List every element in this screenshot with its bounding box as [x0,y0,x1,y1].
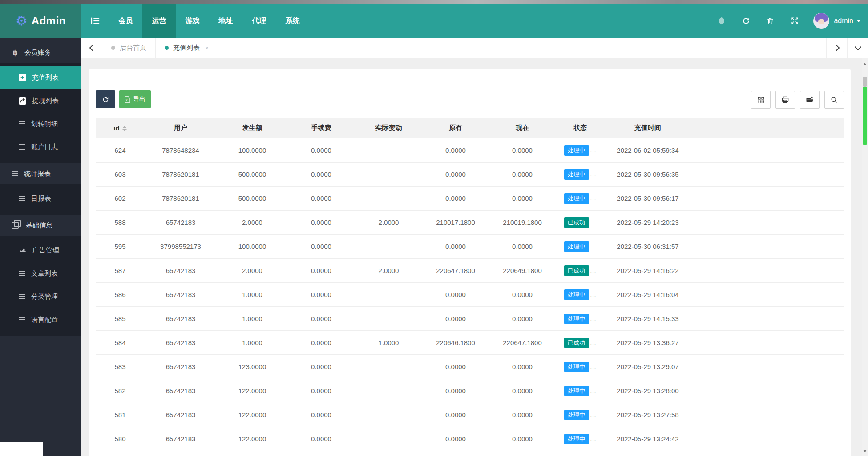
sort-icon[interactable] [122,126,127,131]
sidebar-group-1[interactable]: 统计报表 [0,163,81,184]
cell-user: 65742183 [145,403,217,427]
cell-filler [691,451,844,456]
cell-change [355,403,423,427]
tabs: 后台首页充值列表× [102,38,218,58]
user-menu-caret-icon[interactable] [856,20,861,22]
cell-after: 0.0000 [489,403,556,427]
sidebar-item-0-3[interactable]: 账户日志 [0,135,81,159]
list-icon [19,294,25,299]
cell-amount: 222.0000 [217,451,288,456]
search-button[interactable] [824,91,844,109]
cell-status: 已成功... [556,211,604,235]
cell-filler [691,427,844,451]
sidebar-item-2-1[interactable]: 文章列表 [0,262,81,285]
columns-filter-button[interactable] [751,91,771,109]
cell-before: 0.0000 [423,403,489,427]
print-button[interactable] [775,91,795,109]
nav-item-2[interactable]: 游戏 [176,4,209,38]
cell-change [355,379,423,403]
status-badge: 处理中 [564,193,589,204]
tab-label: 充值列表 [173,44,200,52]
nav-item-4[interactable]: 代理 [242,4,276,38]
corner-overlay [0,442,43,456]
baht-icon: ฿ [12,49,19,57]
status-ellipsis: ... [590,436,597,442]
cell-time: 2022-05-30 09:56:35 [604,163,691,187]
cell-after: 220647.1800 [489,331,556,355]
copy-icon [12,222,19,229]
cell-filler [691,138,844,163]
cell-change [355,307,423,331]
export-data-button[interactable] [800,91,820,109]
sidebar-item-0-0[interactable]: +充值列表 [0,66,81,89]
refresh-table-button[interactable] [96,90,115,108]
scrollbar-down-arrow[interactable] [862,448,868,454]
tab-0[interactable]: 后台首页 [102,38,156,58]
sidebar-item-label: 充值列表 [32,73,59,82]
user-avatar[interactable] [813,13,829,29]
cell-amount: 500.0000 [217,187,288,211]
fullscreen-icon[interactable] [783,4,807,38]
sidebar-item-2-2[interactable]: 分类管理 [0,285,81,308]
sidebar-group-2[interactable]: 基础信息 [0,215,81,236]
cell-status: 处理中... [556,451,604,456]
username-label[interactable]: admin [834,17,853,25]
tab-close-icon[interactable]: × [205,45,209,52]
cell-filler [691,379,844,403]
sidebar-item-0-2[interactable]: 划转明细 [0,112,81,135]
nav-item-5[interactable]: 系统 [276,4,309,38]
cell-fee: 0.0000 [288,403,355,427]
cell-time: 2022-05-29 13:29:07 [604,355,691,379]
ad-icon [19,247,27,253]
cell-before: 0.0000 [423,283,489,307]
svg-text:x: x [126,98,128,102]
cell-user: 7878620181 [145,163,217,187]
table-row: 58265742183122.00000.00000.00000.0000处理中… [96,379,844,403]
app-title: Admin [32,15,66,27]
scrollbar-thumb-gray[interactable] [863,77,867,87]
tabs-menu-button[interactable] [847,38,868,58]
scrollbar-thumb-green[interactable] [863,87,867,145]
cell-time: 2022-05-29 14:15:33 [604,307,691,331]
sidebar-item-0-1[interactable]: 提现列表 [0,89,81,112]
tab-label: 后台首页 [120,44,146,52]
cell-id: 586 [96,283,145,307]
column-header-4: 实际变动 [355,118,423,138]
cell-status: 处理中... [556,187,604,211]
column-header-6: 现在 [489,118,556,138]
nav-item-1[interactable]: 运营 [142,4,176,38]
trash-icon[interactable] [758,4,783,38]
cell-status: 已成功... [556,259,604,283]
nav-item-0[interactable]: 会员 [109,4,142,38]
collapse-menu-icon[interactable] [81,4,109,38]
tabs-scroll-left-button[interactable] [81,38,102,58]
tabs-scroll-right-button[interactable] [826,38,847,58]
status-ellipsis: ... [590,147,597,154]
cell-change: 2.0000 [355,211,423,235]
status-badge: 处理中 [564,386,589,396]
cell-before: 0.0000 [423,138,489,163]
plus-square-icon: + [19,74,26,81]
theme-gem-icon[interactable] [709,4,734,38]
recharge-table: id用户发生额手续费实际变动原有现在状态充值时间 624787864823410… [96,118,844,456]
cell-status: 处理中... [556,235,604,259]
cell-before: 0.0000 [423,307,489,331]
chevron-down-icon [854,44,861,51]
cell-time: 2022-05-29 13:28:00 [604,379,691,403]
export-button[interactable]: x 导出 [119,90,151,108]
cell-user: 37998552173 [145,235,217,259]
sidebar-item-label: 提现列表 [32,97,59,105]
cell-user: 65742183 [145,379,217,403]
cell-amount: 1.0000 [217,331,288,355]
status-ellipsis: ... [590,411,597,418]
status-badge: 处理中 [564,410,589,420]
nav-item-3[interactable]: 地址 [209,4,242,38]
sidebar-group-0[interactable]: ฿会员账务 [0,42,81,63]
refresh-icon[interactable] [734,4,758,38]
sidebar-item-1-0[interactable]: 日报表 [0,187,81,210]
sidebar-item-2-0[interactable]: 广告管理 [0,239,81,262]
tab-1[interactable]: 充值列表× [156,38,218,58]
cell-before: 220647.1800 [423,259,489,283]
scrollbar-up-arrow[interactable] [862,61,868,67]
sidebar-item-2-3[interactable]: 语言配置 [0,308,81,331]
